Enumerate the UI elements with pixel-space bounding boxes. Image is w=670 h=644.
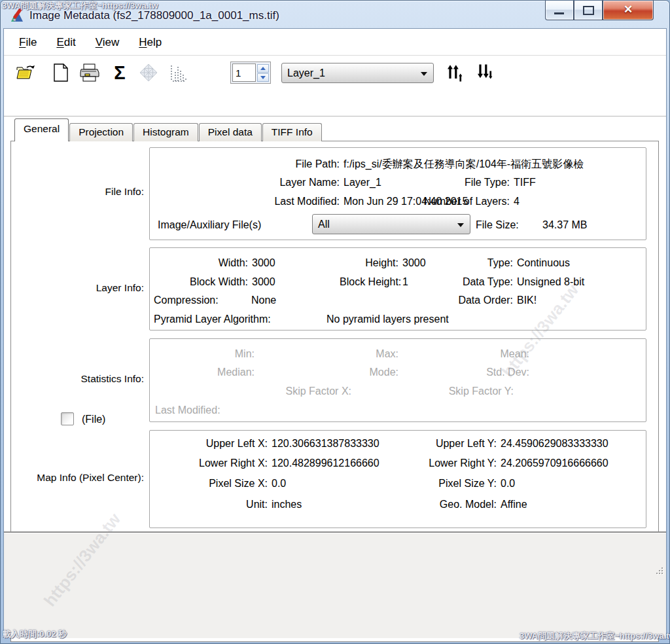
new-document-icon (54, 63, 68, 82)
chevron-down-icon (421, 72, 427, 76)
watermark-bottom-right: 3WA問題解決專家工作室~https://3wa.tw (520, 630, 670, 642)
layer-number-spinner (230, 62, 271, 84)
upper-left-x-value: 120.306631387833330 (268, 438, 379, 450)
block-height-label: Block Height: (340, 276, 398, 288)
tab-tiff-info[interactable]: TIFF Info (262, 123, 322, 141)
file-type-value: TIFF (510, 177, 536, 188)
height-label: Height: (340, 257, 398, 269)
aux-files-select-value: All (318, 219, 330, 230)
block-width-label: Block Width: (150, 276, 248, 288)
width-value: 3000 (248, 257, 275, 269)
min-label: Min: (150, 348, 255, 360)
skip-factor-x-label: Skip Factor X: (248, 385, 351, 397)
menu-item-edit[interactable]: Edit (48, 32, 84, 53)
type-value: Continuous (513, 257, 570, 269)
pyramid-button (137, 62, 160, 84)
close-button[interactable]: ✕ (603, 1, 654, 20)
print-icon (80, 63, 99, 82)
pixel-size-x-label: Pixel Size X: (150, 478, 268, 490)
maximize-button[interactable] (574, 1, 603, 20)
menu-item-help[interactable]: Help (130, 32, 170, 53)
data-type-value: Unsigned 8-bit (513, 276, 584, 288)
maximize-icon (583, 6, 594, 15)
file-info-label: File Info: (11, 186, 144, 198)
close-icon: ✕ (603, 3, 653, 16)
tab-projection[interactable]: Projection (69, 123, 133, 141)
window-client-area: File Edit View Help (3, 28, 667, 637)
layer-select[interactable]: Layer_1 (281, 63, 434, 83)
unit-value: inches (268, 499, 302, 510)
map-info-label: Map Info (Pixel Center): (11, 472, 144, 484)
lower-right-x-label: Lower Right X: (150, 457, 268, 469)
pyramid-algorithm-label: Pyramid Layer Algorithm: (154, 313, 271, 326)
menu-bar: File Edit View Help (4, 30, 666, 56)
layer-info-group: Width: 3000 Height: 3000 Type: Continuou… (149, 247, 646, 331)
geo-model-label: Geo. Model: (398, 499, 497, 510)
file-statistics-checkbox-label: (File) (82, 414, 105, 426)
lower-right-y-value: 24.2065970916666660 (497, 457, 608, 469)
file-statistics-checkbox[interactable] (61, 412, 74, 425)
layer-name-value: Layer_1 (340, 177, 381, 188)
histogram-disabled-icon (169, 63, 188, 82)
layer-number-input[interactable] (232, 63, 256, 82)
layer-name-label: Layer Name: (150, 177, 340, 188)
spinner-down-icon (260, 76, 266, 79)
std-dev-label: Std. Dev: (451, 367, 529, 378)
file-size-value: 34.37 MB (542, 219, 587, 232)
spinner-up-button[interactable] (257, 64, 269, 73)
spinner-down-button[interactable] (257, 73, 269, 82)
layers-up-icon (445, 63, 465, 82)
unit-label: Unit: (150, 499, 268, 510)
data-type-label: Data Type: (438, 276, 513, 288)
pixel-size-x-value: 0.0 (268, 478, 286, 490)
data-order-value: BIK! (513, 295, 537, 306)
median-label: Median: (150, 367, 255, 378)
max-label: Max: (340, 348, 398, 360)
statistics-button[interactable]: Σ (109, 62, 131, 84)
minimize-icon (554, 12, 564, 14)
upper-left-y-value: 24.4590629083333330 (497, 438, 608, 450)
pyramid-algorithm-value: No pyramid layers present (326, 313, 449, 326)
lower-right-x-value: 120.482899612166660 (268, 457, 379, 469)
menu-item-view[interactable]: View (87, 32, 128, 53)
pixel-size-y-label: Pixel Size Y: (398, 478, 497, 490)
block-height-value: 1 (398, 276, 408, 288)
statistics-sigma-icon: Σ (114, 63, 125, 82)
open-button[interactable] (14, 62, 37, 84)
file-path-value: f:/ips_si/委辦案及任務導向案/104年-福衛五號影像檢 (340, 158, 584, 171)
data-order-label: Data Order: (438, 295, 513, 306)
toolbar: Σ (4, 56, 666, 116)
resize-grip[interactable] (655, 566, 663, 574)
tab-histogram[interactable]: Histogram (133, 123, 198, 141)
geo-model-value: Affine (497, 499, 527, 510)
file-info-group: File Path: f:/ips_si/委辦案及任務導向案/104年-福衛五號… (149, 147, 646, 240)
layer-select-value: Layer_1 (287, 67, 325, 79)
watermark-top-left: 3WA問題解決專家工作室~https://3wa.tw (2, 0, 158, 12)
layers-down-icon (475, 63, 495, 82)
skip-factor-y-label: Skip Factor Y: (412, 385, 514, 397)
status-bar (4, 533, 666, 638)
layers-up-button[interactable] (444, 62, 466, 84)
upper-left-y-label: Upper Left Y: (398, 438, 497, 450)
file-type-label: File Type: (405, 177, 510, 188)
print-button[interactable] (79, 62, 101, 84)
spinner-up-icon (260, 67, 266, 70)
statistics-info-label: Statistics Info: (11, 373, 144, 385)
minimize-button[interactable] (545, 1, 574, 20)
layer-info-label: Layer Info: (11, 282, 144, 294)
aux-files-label: Image/Auxiliary File(s) (158, 219, 261, 232)
tab-general[interactable]: General (14, 118, 69, 141)
compression-label: Compression: (154, 295, 219, 307)
window-frame: Image Metadata (fs2_178809000_1a_0001_ms… (0, 0, 670, 644)
tab-pixel-data[interactable]: Pixel data (199, 123, 262, 141)
aux-files-select[interactable]: All (312, 214, 470, 234)
mode-label: Mode: (340, 367, 398, 378)
new-document-button[interactable] (50, 62, 72, 84)
menu-item-file[interactable]: File (10, 32, 45, 53)
number-of-layers-label: Number of Layers: (405, 196, 510, 207)
chevron-down-icon (457, 223, 464, 227)
layers-down-button[interactable] (474, 62, 496, 84)
watermark-bottom-left: 載入時間:0.02 秒 (3, 628, 67, 640)
file-path-label: File Path: (150, 158, 340, 170)
height-value: 3000 (398, 257, 426, 269)
